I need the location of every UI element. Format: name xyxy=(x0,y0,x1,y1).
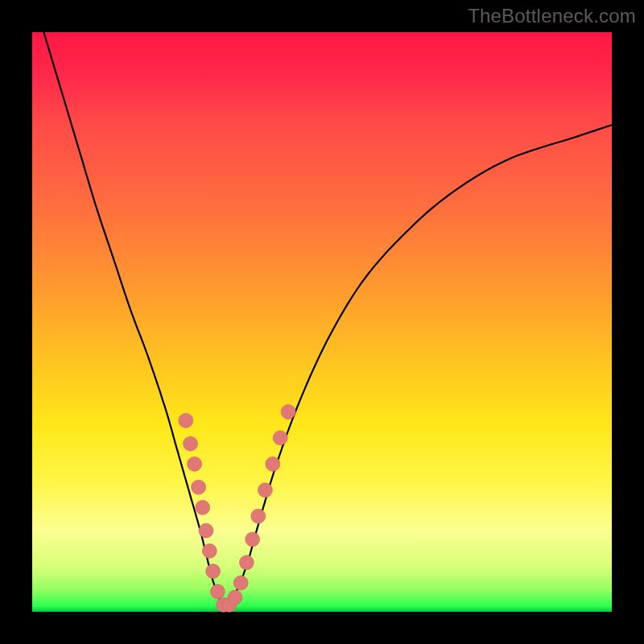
data-marker xyxy=(281,405,295,419)
data-marker xyxy=(199,523,213,538)
data-marker xyxy=(210,584,225,599)
data-marker xyxy=(188,456,202,471)
data-marker xyxy=(251,509,266,523)
data-marker xyxy=(273,431,287,445)
data-marker xyxy=(184,436,198,451)
curve-markers xyxy=(179,405,295,613)
data-marker xyxy=(196,500,210,514)
data-marker xyxy=(246,532,260,547)
data-marker xyxy=(228,590,242,605)
data-marker xyxy=(266,456,280,471)
chart-frame: TheBottleneck.com xyxy=(0,0,644,644)
data-marker xyxy=(239,555,254,570)
plot-area xyxy=(32,32,612,612)
data-marker xyxy=(202,543,217,558)
data-marker xyxy=(258,483,272,497)
watermark-text: TheBottleneck.com xyxy=(468,5,636,27)
data-marker xyxy=(233,576,248,590)
data-marker xyxy=(192,480,206,494)
chart-svg xyxy=(32,32,612,612)
data-marker xyxy=(206,564,221,579)
bottleneck-curve xyxy=(43,32,612,608)
data-marker xyxy=(179,413,193,427)
